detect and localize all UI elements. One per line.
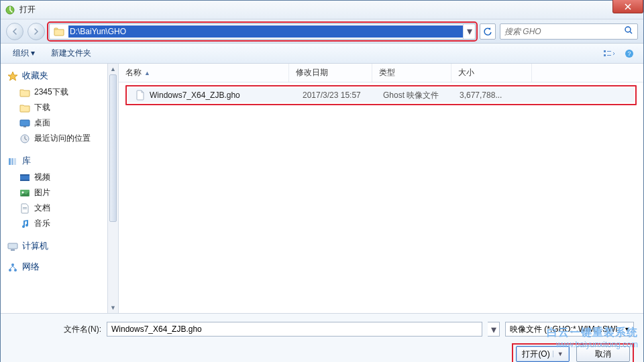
svg-rect-9 — [20, 120, 30, 126]
recent-icon — [19, 133, 30, 144]
file-name: Windows7_X64_ZJB.gho — [150, 90, 240, 100]
folder-icon — [19, 87, 30, 98]
split-chevron-icon: ▼ — [553, 351, 564, 357]
address-dropdown[interactable]: ▾ — [463, 24, 475, 39]
view-menu-button[interactable] — [600, 46, 618, 61]
sidebar-head-favorites[interactable]: 收藏夹 — [6, 70, 113, 82]
help-button[interactable]: ? — [621, 46, 638, 61]
chevron-down-icon: ▾ — [625, 324, 629, 334]
address-bar[interactable]: D:\BaiYun\GHO ▾ — [49, 23, 476, 40]
scroll-down-button[interactable]: ▼ — [108, 302, 118, 313]
svg-rect-16 — [20, 174, 30, 176]
file-type: Ghost 映像文件 — [376, 90, 453, 101]
svg-rect-21 — [23, 208, 27, 209]
svg-rect-10 — [23, 126, 26, 127]
organize-menu[interactable]: 组织 ▾ — [6, 46, 42, 60]
body: 收藏夹 2345下载 下载 桌面 最近访问的位置 库 视频 图片 文档 音乐 — [1, 64, 643, 313]
sidebar-item-documents[interactable]: 文档 — [6, 200, 113, 216]
scroll-thumb[interactable] — [109, 74, 117, 222]
file-date: 2017/3/23 15:57 — [296, 90, 376, 100]
search-icon — [624, 25, 633, 38]
back-button[interactable] — [6, 23, 23, 40]
col-type[interactable]: 类型 — [372, 64, 451, 82]
folder-icon — [50, 24, 68, 39]
svg-rect-12 — [9, 158, 11, 165]
sidebar-head-network[interactable]: 网络 — [6, 261, 113, 273]
svg-point-25 — [14, 269, 17, 272]
app-icon — [5, 5, 15, 15]
star-icon — [7, 71, 18, 82]
svg-rect-3 — [604, 50, 606, 52]
computer-icon — [7, 241, 18, 252]
sidebar-item-recent[interactable]: 最近访问的位置 — [6, 131, 113, 146]
filename-dropdown[interactable]: ▾ — [488, 322, 500, 337]
sidebar-item-downloads[interactable]: 下载 — [6, 100, 113, 115]
svg-point-19 — [22, 191, 24, 193]
video-icon — [19, 172, 30, 183]
col-size[interactable]: 大小 — [451, 64, 532, 82]
svg-rect-5 — [607, 51, 611, 52]
svg-rect-4 — [604, 54, 606, 56]
search-input[interactable] — [504, 27, 620, 36]
music-icon — [19, 219, 30, 229]
svg-point-24 — [9, 269, 11, 272]
sidebar: 收藏夹 2345下载 下载 桌面 最近访问的位置 库 视频 图片 文档 音乐 — [1, 64, 119, 313]
titlebar: 打开 — [1, 1, 643, 19]
network-icon — [7, 262, 18, 273]
filetype-select[interactable]: 映像文件 (*.GHO;*.WIM;*.SWI ▾ — [505, 322, 634, 337]
col-name[interactable]: 名称▲ — [119, 64, 289, 82]
forward-button[interactable] — [28, 23, 45, 40]
sidebar-item-music[interactable]: 音乐 — [6, 216, 113, 231]
file-row[interactable]: Windows7_X64_ZJB.gho 2017/3/23 15:57 Gho… — [128, 88, 634, 103]
svg-point-2 — [625, 27, 631, 32]
desktop-icon — [19, 118, 30, 129]
svg-text:?: ? — [627, 50, 631, 57]
sidebar-head-libraries[interactable]: 库 — [6, 156, 113, 167]
window-title: 打开 — [19, 4, 36, 15]
toolbar: 组织 ▾ 新建文件夹 ? — [1, 44, 643, 64]
address-text: D:\BaiYun\GHO — [68, 25, 463, 38]
file-icon — [135, 90, 146, 101]
open-button[interactable]: 打开(O) ▼ — [516, 346, 570, 362]
picture-icon — [19, 188, 30, 198]
sidebar-item-2345[interactable]: 2345下载 — [6, 84, 113, 100]
search-box[interactable] — [500, 23, 638, 40]
svg-rect-20 — [23, 207, 27, 208]
svg-rect-13 — [11, 158, 13, 165]
col-date[interactable]: 修改日期 — [289, 64, 372, 82]
svg-rect-17 — [20, 180, 30, 181]
new-folder-button[interactable]: 新建文件夹 — [44, 46, 98, 60]
svg-rect-1 — [54, 28, 58, 29]
sort-indicator-icon: ▲ — [144, 70, 150, 76]
button-highlight: 打开(O) ▼ 取消 — [512, 343, 634, 362]
svg-rect-14 — [14, 158, 16, 165]
file-size: 3,677,788... — [453, 90, 531, 100]
column-headers: 名称▲ 修改日期 类型 大小 — [119, 64, 643, 82]
scroll-up-button[interactable]: ▲ — [108, 64, 118, 74]
sidebar-item-desktop[interactable]: 桌面 — [6, 115, 113, 131]
cancel-button[interactable]: 取消 — [576, 346, 630, 362]
file-row-highlight: Windows7_X64_ZJB.gho 2017/3/23 15:57 Gho… — [125, 85, 637, 105]
refresh-button[interactable] — [480, 23, 496, 40]
sidebar-item-videos[interactable]: 视频 — [6, 170, 113, 185]
svg-rect-22 — [8, 243, 17, 249]
sidebar-head-label: 收藏夹 — [22, 70, 48, 82]
filename-label: 文件名(N): — [10, 324, 101, 335]
file-pane: 名称▲ 修改日期 类型 大小 Windows7_X64_ZJB.gho 2017… — [119, 64, 643, 313]
filetype-value: 映像文件 (*.GHO;*.WIM;*.SWI — [510, 324, 618, 335]
sidebar-scrollbar[interactable]: ▲ ▼ — [107, 64, 118, 313]
close-button[interactable] — [612, 0, 643, 13]
svg-point-26 — [11, 263, 14, 266]
svg-rect-6 — [607, 55, 611, 56]
open-file-dialog: 打开 D:\BaiYun\GHO ▾ 组织 ▾ — [0, 0, 644, 362]
sidebar-item-pictures[interactable]: 图片 — [6, 185, 113, 200]
bottom-panel: 文件名(N): ▾ 映像文件 (*.GHO;*.WIM;*.SWI ▾ 打开(O… — [1, 313, 643, 362]
folder-icon — [19, 103, 30, 113]
sidebar-head-computer[interactable]: 计算机 — [6, 241, 113, 252]
filename-input[interactable] — [107, 322, 482, 337]
library-icon — [7, 156, 18, 167]
document-icon — [19, 203, 30, 214]
nav-row: D:\BaiYun\GHO ▾ — [1, 19, 643, 44]
svg-rect-23 — [11, 249, 15, 251]
